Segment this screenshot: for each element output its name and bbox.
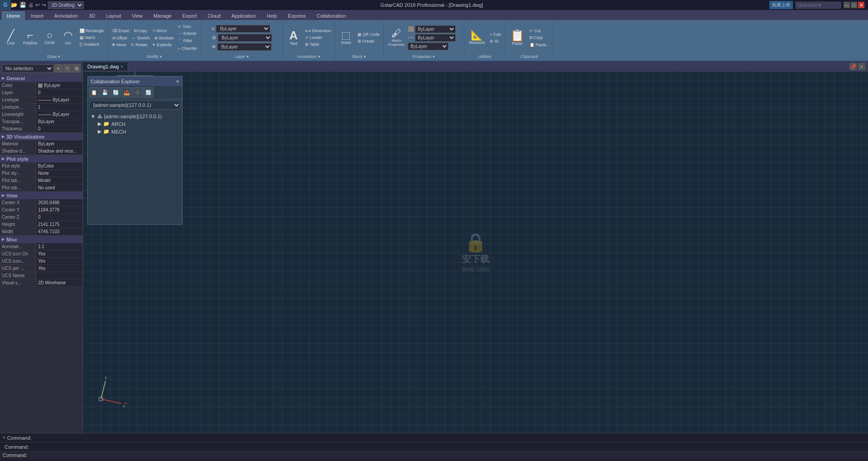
color-prop-dropdown[interactable]: ByLayer <box>415 25 456 33</box>
tree-item-mech[interactable]: ▶ 📁 MECH <box>97 128 180 135</box>
text-btn[interactable]: A Text <box>285 28 303 48</box>
drawing-tab-1[interactable]: Drawing1.dwg × <box>83 63 128 70</box>
rectangle-btn[interactable]: ⬜ Rectangle <box>78 28 106 34</box>
offset-btn[interactable]: ⇉ Offset <box>110 35 129 41</box>
extend-btn[interactable]: → Extend <box>176 30 199 37</box>
copy-clip-btn[interactable]: ⧉ Copy <box>528 34 551 41</box>
prop-transparency-value[interactable]: ByLayer <box>36 118 82 125</box>
prop-plot-style2-value[interactable]: None <box>36 170 82 177</box>
measure-btn[interactable]: 📐 Measure <box>466 29 487 47</box>
tab-manage[interactable]: Manage <box>148 11 176 20</box>
prop-color-value[interactable]: ByLayer <box>36 82 82 89</box>
polyline-btn[interactable]: ⌐ Polyline <box>20 28 40 47</box>
collab-btn-6[interactable]: 🔃 <box>143 87 153 97</box>
qa-print[interactable]: 🖨 <box>28 2 33 8</box>
view-section[interactable]: ▸ View <box>0 192 82 199</box>
prop-thickness-value[interactable]: 0 <box>36 125 82 132</box>
tab-express[interactable]: Express <box>283 11 311 20</box>
collab-btn-3[interactable]: 🔄 <box>111 87 121 97</box>
annotation-expand-icon[interactable]: ▾ <box>318 54 320 59</box>
insert-btn[interactable]: ⬚ Insert <box>337 29 355 47</box>
tab-export[interactable]: Export <box>177 11 202 20</box>
gradient-btn[interactable]: ▒ Gradient <box>78 41 106 48</box>
upload-btn[interactable]: 拓展上传 <box>769 1 793 9</box>
collab-btn-2[interactable]: 💾 <box>100 87 110 97</box>
prop-plot-tab2-value[interactable]: No used <box>36 184 82 191</box>
cmd-input[interactable] <box>27 452 865 458</box>
copy-btn[interactable]: ⧉ Copy <box>132 28 149 34</box>
selection-dropdown[interactable]: No selection <box>2 64 53 72</box>
rotate-btn[interactable]: ↻ Rotate <box>129 42 149 48</box>
properties-settings-btn[interactable]: ⚙ <box>72 64 81 72</box>
collab-explorer-header[interactable]: Collaboration Explorer × <box>88 77 182 86</box>
general-section[interactable]: ▸ General <box>0 74 82 82</box>
cut-btn[interactable]: ✂ Cut <box>528 28 551 34</box>
properties-pin-btn[interactable]: 📌 <box>849 63 857 70</box>
quick-calc-btn[interactable]: = Calc <box>488 31 503 38</box>
prop-plot-style-value[interactable]: ByColor <box>36 163 82 169</box>
tab-3d[interactable]: 3D <box>84 11 100 20</box>
prop-ucs-icon-on-value[interactable]: Yes <box>36 250 82 257</box>
id-point-btn[interactable]: ⊕ ID <box>488 38 503 44</box>
prop-ucs-icon2-value[interactable]: Yes <box>36 258 82 264</box>
layer-linetype-dropdown[interactable]: ByLayer <box>217 43 272 51</box>
explode-btn[interactable]: ✦ Explode <box>150 42 173 48</box>
match-properties-btn[interactable]: 🖋 MatchProperties <box>386 27 407 48</box>
prop-ucs-per-value[interactable]: Yes <box>36 265 82 272</box>
select-filter-btn[interactable]: ▽ <box>63 64 72 72</box>
move-btn[interactable]: ✥ Move <box>110 42 129 48</box>
circle-btn[interactable]: ○ Circle <box>41 29 59 47</box>
layer-color-dropdown[interactable]: ByLayer <box>218 34 272 42</box>
tab-help[interactable]: Help <box>262 11 282 20</box>
prop-visual-style-value[interactable]: 2D Wireframe <box>36 279 82 286</box>
prop-lineweight-value[interactable]: ——— ByLayer <box>36 111 82 118</box>
prop-center-y-value[interactable]: 1184.3778 <box>36 206 82 213</box>
hatch-btn[interactable]: ▦ Hatch <box>78 34 106 41</box>
close-drawing-tab[interactable]: × <box>121 64 123 69</box>
tab-cloud[interactable]: Cloud <box>203 11 226 20</box>
drawing-area[interactable]: Collaboration Explorer × 📋 💾 🔄 📤 ➕ 🔃 [ad… <box>83 72 868 433</box>
3d-viz-section[interactable]: ▸ 3D Visualization <box>0 133 82 140</box>
prop-width-value[interactable]: 4746.7103 <box>36 228 82 235</box>
tree-item-arch[interactable]: ▶ 📁 ARCH <box>97 120 180 128</box>
block-expand-icon[interactable]: ▾ <box>364 54 366 59</box>
app-logo[interactable]: G <box>0 0 11 10</box>
prop-annotation-scale-value[interactable]: 1:1 <box>36 243 82 250</box>
tab-insert[interactable]: Insert <box>26 11 48 20</box>
tree-root[interactable]: ▼ 🖧 [admin:sample](127.0.0.1) <box>90 113 180 120</box>
search-input[interactable] <box>796 2 841 9</box>
modify-expand-icon[interactable]: ▾ <box>160 54 162 59</box>
collab-close-btn[interactable]: × <box>176 78 179 85</box>
create-block-btn[interactable]: ⊞ Create <box>356 38 382 44</box>
prop-center-z-value[interactable]: 0 <box>36 214 82 221</box>
prop-shadow-value[interactable]: Shadow and rece... <box>36 148 82 154</box>
prop-center-x-value[interactable]: 2630.0488 <box>36 199 82 206</box>
add-selection-btn[interactable]: + <box>54 64 62 72</box>
minimize-btn[interactable]: — <box>844 2 850 8</box>
tab-home[interactable]: Home <box>2 11 25 20</box>
workspace-selector[interactable]: 2D Drafting <box>48 1 84 9</box>
misc-section[interactable]: ▸ Misc <box>0 235 82 243</box>
tab-layout[interactable]: Layout <box>101 11 126 20</box>
prop-plot-tab1-value[interactable]: Model <box>36 177 82 184</box>
erase-btn[interactable]: ⌫ Erase <box>110 28 131 34</box>
arc-btn[interactable]: ◠ Arc <box>59 28 77 47</box>
mirror-btn[interactable]: ⊣ Mirror <box>150 28 169 34</box>
qa-open[interactable]: 📂 <box>11 2 18 8</box>
maximize-btn[interactable]: □ <box>851 2 857 8</box>
dimension-btn[interactable]: ⟷ Dimension <box>303 28 333 34</box>
paste-btn[interactable]: 📋 Paste <box>507 28 527 48</box>
prop-ucs-name-value[interactable] <box>36 272 82 279</box>
collab-btn-1[interactable]: 📋 <box>89 87 99 97</box>
fillet-btn[interactable]: ⌒ Fillet <box>176 37 199 45</box>
tab-view[interactable]: View <box>127 11 148 20</box>
prop-height-value[interactable]: 2141.1175 <box>36 221 82 228</box>
stretch-btn[interactable]: ↔ Stretch <box>130 35 152 41</box>
layer-dropdown[interactable]: ByLayer <box>216 25 270 33</box>
properties-expand-icon[interactable]: ▾ <box>433 54 435 59</box>
qa-save[interactable]: 💾 <box>19 2 26 8</box>
qa-undo[interactable]: ↩ <box>35 2 40 8</box>
prop-material-value[interactable]: ByLayer <box>36 140 82 147</box>
plot-style-section[interactable]: ▸ Plot style <box>0 155 82 163</box>
prop-layer-value[interactable]: 0 <box>36 89 82 96</box>
